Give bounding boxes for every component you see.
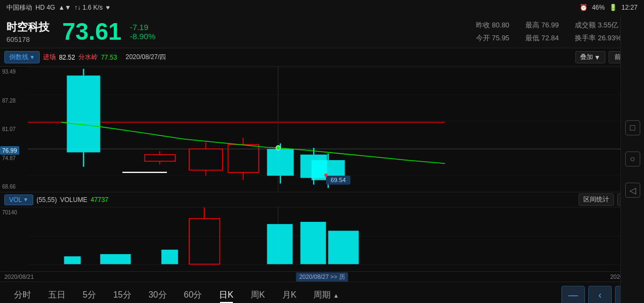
dropdown-arrow-icon: ▼ (30, 54, 35, 60)
tab-5分[interactable]: 5分 (74, 285, 105, 303)
heart-icon: ♥ (106, 4, 109, 11)
svg-rect-14 (189, 149, 222, 170)
line-type-button[interactable]: 倒数线 ▼ (4, 51, 40, 63)
svg-rect-45 (328, 231, 358, 264)
tab-15分[interactable]: 15分 (105, 285, 140, 303)
vol-y-label-top: 70140 (2, 210, 25, 215)
divide-label: 分水岭 (78, 53, 98, 62)
toolbar: 倒数线 ▼ 进场 82.52 分水岭 77.53 2020/08/27/四 叠加… (0, 48, 644, 67)
alarm-icon: ⏰ (580, 4, 588, 11)
svg-rect-44 (301, 222, 326, 264)
vol-param-label: VOLUME (60, 196, 87, 204)
open-label: 今开 75.95 (476, 33, 509, 43)
tab-分时[interactable]: 分时 (5, 285, 40, 303)
date-highlight: 2020/08/27 >> 历 (296, 272, 348, 282)
chart-svg: 69.54 (28, 67, 644, 192)
vol-label: VOL (9, 196, 22, 204)
volume-label: 成交额 3.55亿 (575, 20, 618, 30)
stock-name: 时空科技 (6, 20, 49, 34)
signal-label: ▲▼ (58, 4, 71, 11)
svg-rect-40 (162, 250, 178, 264)
svg-rect-11 (145, 155, 175, 161)
main-chart: 93.49 87.28 81.07 74.87 68.66 76.99 (0, 67, 644, 192)
status-right: ⏰ 46% 🔋 12:27 (580, 4, 638, 11)
header: 时空科技 605178 73.61 -7.19 -8.90% 昨收 80.80 … (0, 15, 644, 48)
vol-value: 47737 (91, 196, 108, 204)
stats-button[interactable]: 区间统计 (579, 193, 614, 206)
battery-icon: 🔋 (609, 4, 617, 11)
vol-params: (55,55) (36, 196, 57, 204)
vol-svg (28, 207, 644, 265)
network-label: HD 4G (35, 4, 55, 11)
status-left: 中国移动 HD 4G ▲▼ ↑↓ 1.6 K/s ♥ (6, 3, 109, 12)
tab-周期[interactable]: 周期 ▲ (305, 285, 347, 303)
toolbar-left: 倒数线 ▼ 进场 82.52 分水岭 77.53 2020/08/27/四 (4, 51, 571, 63)
svg-rect-8 (67, 76, 100, 153)
chart-date: 2020/08/27/四 (126, 53, 166, 62)
divide-value: 77.53 (101, 54, 117, 61)
volume-chart: 70140 (0, 207, 644, 272)
svg-rect-38 (64, 256, 80, 264)
high-label: 最高 76.99 (525, 20, 559, 30)
stock-price: 73.61 (62, 18, 121, 45)
time-label: 12:27 (621, 4, 638, 11)
y-label-2: 81.07 (2, 126, 25, 132)
chart-y-labels: 93.49 87.28 81.07 74.87 68.66 (0, 67, 27, 192)
stat-high-low: 最高 76.99 最低 72.84 (525, 20, 559, 43)
date-row: 2020/08/21 2020/08/27 >> 历 2020/08/28 (0, 272, 644, 282)
vol-type-button[interactable]: VOL ▼ (4, 194, 33, 205)
nav-minus-button[interactable]: — (561, 286, 585, 304)
bottom-tabs: 分时 五日 5分 15分 30分 60分 日K 周K 月K 周期 ▲ — ‹ › (0, 282, 644, 303)
tab-日K[interactable]: 日K (210, 285, 242, 303)
vol-y-labels: 70140 (0, 207, 27, 271)
header-stats: 昨收 80.80 今开 75.95 最高 76.99 最低 72.84 成交额 … (476, 20, 621, 43)
status-bar: 中国移动 HD 4G ▲▼ ↑↓ 1.6 K/s ♥ ⏰ 46% 🔋 12:27 (0, 0, 644, 15)
svg-point-30 (276, 146, 280, 150)
stat-prev-close: 昨收 80.80 今开 75.95 (476, 20, 509, 43)
nav-square-button[interactable]: □ (625, 120, 640, 135)
carrier-label: 中国移动 (6, 3, 32, 12)
y-label-0: 93.49 (2, 69, 25, 75)
vol-dropdown-icon: ▼ (23, 197, 28, 203)
period-arrow-icon: ▲ (333, 292, 339, 299)
prev-close-label: 昨收 80.80 (476, 20, 509, 30)
line-type-label: 倒数线 (9, 53, 28, 62)
speed-label: ↑↓ 1.6 K/s (74, 4, 103, 11)
overlay-button[interactable]: 叠加 ▼ (575, 51, 605, 63)
svg-rect-20 (267, 149, 294, 176)
y-label-1: 87.28 (2, 98, 25, 104)
right-nav: □ ○ ◁ (620, 15, 644, 303)
tab-30分[interactable]: 30分 (140, 285, 175, 303)
volume-toolbar: VOL ▼ (55,55) VOLUME 47737 区间统计 筹码 (0, 192, 644, 207)
nav-prev-button[interactable]: ‹ (588, 286, 612, 304)
stock-identity: 时空科技 605178 (6, 20, 49, 44)
svg-rect-41 (189, 219, 219, 264)
price-change-abs: -7.19 (130, 23, 156, 32)
date-left: 2020/08/21 (4, 273, 34, 280)
tab-60分[interactable]: 60分 (175, 285, 211, 303)
tab-五日[interactable]: 五日 (40, 285, 74, 303)
price-change: -7.19 -8.90% (130, 23, 156, 41)
price-highlight-label: 76.99 (0, 146, 19, 155)
entry-value: 82.52 (59, 54, 75, 61)
svg-text:69.54: 69.54 (331, 177, 346, 184)
stat-volume: 成交额 3.55亿 换手率 26.93% (575, 20, 621, 43)
price-change-pct: -8.90% (130, 32, 156, 41)
overlay-label: 叠加 (580, 53, 593, 62)
entry-label: 进场 (43, 53, 56, 62)
svg-rect-43 (267, 224, 293, 264)
svg-rect-39 (100, 254, 131, 264)
overlay-arrow-icon: ▼ (594, 54, 601, 61)
stock-code: 605178 (6, 35, 49, 44)
svg-point-33 (324, 174, 327, 177)
battery-label: 46% (592, 4, 605, 11)
low-label: 最低 72.84 (525, 33, 559, 43)
y-label-4: 68.66 (2, 184, 25, 190)
turnover-label: 换手率 26.93% (575, 33, 621, 43)
tab-周K[interactable]: 周K (242, 285, 274, 303)
tab-月K[interactable]: 月K (274, 285, 305, 303)
y-label-3: 74.87 (2, 155, 25, 161)
nav-circle-button[interactable]: ○ (625, 152, 640, 167)
nav-back-button[interactable]: ◁ (625, 183, 640, 198)
